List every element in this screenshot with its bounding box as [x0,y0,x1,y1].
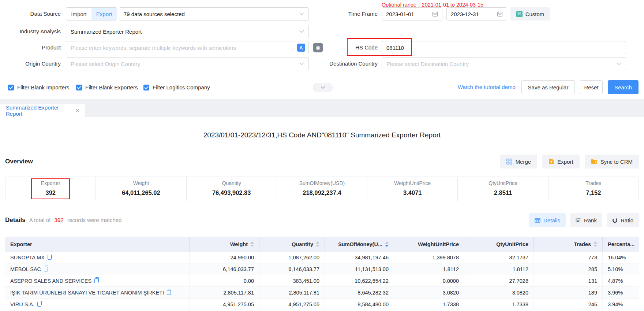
merge-button[interactable]: Merge [500,155,538,169]
view-details-button[interactable]: Details [529,213,566,227]
filter-panel: Data Source Import Export 79 data source… [0,0,644,99]
checkbox-checked-icon [76,85,82,90]
close-icon[interactable]: × [75,107,79,114]
industry-analysis-value: Summarized Exporter Report [71,29,142,35]
exporter-name-link[interactable]: IŞIK TARIM ÜRÜNLERİ SANAYİ VE TİCARET AN… [10,290,164,296]
exporter-name-link[interactable]: SUNOPTA MX [10,255,45,260]
origin-country-select[interactable]: Please select Origin Country [66,57,309,70]
filter-blank-importers-checkbox[interactable]: Filter Blank Importers [8,84,70,90]
exporter-cell: ASEPRO SALES AND SERVICES [5,275,189,286]
exporter-cell: IŞIK TARIM ÜRÜNLERİ SANAYİ VE TİCARET AN… [5,287,189,298]
origin-country-placeholder: Please select Origin Country [71,61,140,67]
sort-carets-desc-active-icon[interactable] [385,241,389,247]
tab-summarized-exporter-report[interactable]: Summarized Exporter Report × [0,104,85,117]
table-row: MEBOL SAC 6,146,033.77 6,146,033.77 11,1… [5,263,639,275]
destination-country-placeholder: Please select Destination Country [386,61,469,67]
stat-exporter: Exporter 392 [5,177,96,201]
overview-stats: Exporter 392 Weight 64,011,265.02 Quanti… [5,177,639,201]
tutorial-demo-link[interactable]: Watch the tutorial demo [458,84,516,90]
chevron-down-icon [321,86,325,89]
sort-carets-icon[interactable] [250,241,254,247]
sort-carets-icon[interactable] [316,241,319,247]
time-frame-label: Time Frame [311,7,378,21]
data-sources-value: 79 data sources selected [124,11,185,17]
column-header-sum-of-money[interactable]: SumOfMoney(U... [325,237,394,252]
end-date-picker[interactable]: 2023-12-31 [446,7,507,21]
chevron-down-icon [299,12,304,15]
details-table: Exporter Weight Quantity SumOfMoney(U...… [5,237,639,310]
exporter-name-link[interactable]: ASEPRO SALES AND SERVICES [10,278,91,284]
product-label: Product [0,41,61,54]
calendar-icon[interactable] [497,11,503,17]
total-prefix: A total of [29,217,50,223]
copy-icon[interactable] [48,255,52,260]
copy-icon[interactable] [37,302,41,307]
checkbox-checked-icon [143,85,149,90]
start-date-picker[interactable]: 2023-01-01 [382,7,442,21]
rank-bars-icon [576,218,581,223]
chevron-down-icon [299,62,304,65]
app-screen: Data Source Import Export 79 data source… [0,0,644,311]
column-header-qty-unit-price: QtyUnitPrice [464,237,533,252]
hs-code-input[interactable] [382,41,626,54]
filter-logitics-company-checkbox[interactable]: Filter Logitics Company [143,84,210,90]
search-button[interactable]: Search [608,80,639,94]
save-as-regular-button[interactable]: Save as Regular [521,80,575,94]
exporter-cell: VIRU S.A. [5,299,189,310]
copy-icon[interactable] [44,267,48,271]
tab-label: Summarized Exporter Report [6,104,75,117]
overview-header: Overview Merge Export Sync to CRM [5,155,639,169]
checkbox-label: Filter Blank Exporters [85,84,138,90]
table-row: SUNOPTA MX 24,990.00 1,087,262.00 34,981… [5,252,639,263]
import-export-toggle: Import Export [66,7,117,21]
folder-sync-icon [591,159,597,164]
calendar-icon[interactable] [432,11,438,17]
report-content: 2023/01/01-2023/12/31,HS Code AND"081110… [0,131,644,310]
table-row: ASEPRO SALES AND SERVICES 0.00 383,451.0… [5,275,639,287]
destination-country-label: Destination Country [311,57,378,70]
product-keywords-input[interactable] [66,41,309,54]
data-sources-select[interactable]: 79 data sources selected [119,7,309,21]
custom-label: Custom [525,11,544,17]
industry-analysis-select[interactable]: Summarized Exporter Report [66,25,309,38]
exporter-name-link[interactable]: VIRU S.A. [10,301,34,307]
column-header-quantity[interactable]: Quantity [259,237,325,252]
ratio-donut-icon [612,218,618,223]
checkbox-label: Filter Logitics Company [153,84,210,90]
table-body: SUNOPTA MX 24,990.00 1,087,262.00 34,981… [5,252,639,310]
destination-country-select[interactable]: Please select Destination Country [382,57,626,70]
stat-qty-unit-price: QtyUnitPrice 2.8511 [457,177,548,201]
stat-trades: Trades 7,152 [548,177,639,201]
table-row: VIRU S.A. 4,951,275.05 4,951,275.05 8,58… [5,299,639,310]
overview-heading: Overview [5,158,33,165]
command-icon: ⌘ [516,11,523,17]
copy-icon[interactable] [167,290,171,295]
sync-to-crm-button[interactable]: Sync to CRM [585,155,639,169]
checkbox-label: Filter Blank Importers [17,84,70,90]
view-rank-button[interactable]: Rank [570,213,602,227]
filter-blank-exporters-checkbox[interactable]: Filter Blank Exporters [76,84,138,90]
expand-filters-toggle[interactable] [313,83,333,92]
view-ratio-button[interactable]: Ratio [607,213,639,227]
export-button[interactable]: Export [542,155,579,169]
industry-analysis-label: Industry Analysis [0,25,61,38]
reset-button[interactable]: Reset [580,80,603,94]
column-header-weight[interactable]: Weight [189,237,259,252]
data-source-label: Data Source [0,7,61,21]
column-header-trades[interactable]: Trades [533,237,602,252]
custom-range-button[interactable]: ⌘ Custom [510,7,550,21]
translate-icon[interactable]: A [297,44,305,52]
stat-sum-of-money: SumOfMoney(USD) 218,092,237.4 [277,177,367,201]
exporter-name-link[interactable]: MEBOL SAC [10,266,41,272]
chevron-down-icon [299,30,304,33]
chevron-down-icon [617,62,621,65]
view-switcher: Details Rank Ratio [529,213,639,227]
origin-country-label: Origin Country [0,57,61,70]
export-toggle[interactable]: Export [91,8,117,20]
sort-carets-icon[interactable] [594,241,597,247]
import-toggle[interactable]: Import [66,8,91,20]
column-header-percentage: Percenta... [602,237,639,252]
checkbox-checked-icon [8,85,14,90]
copy-icon[interactable] [94,278,98,283]
details-heading: Details [5,216,26,224]
